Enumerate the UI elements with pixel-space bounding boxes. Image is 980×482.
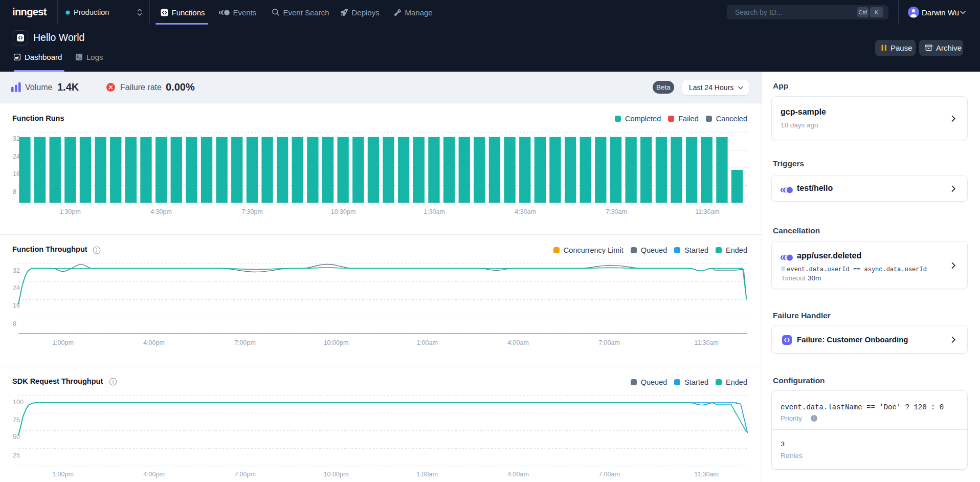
svg-text:10:00pm: 10:00pm xyxy=(324,471,349,478)
svg-text:1:00pm: 1:00pm xyxy=(52,471,74,478)
svg-text:8: 8 xyxy=(13,320,16,327)
svg-text:16: 16 xyxy=(13,170,20,178)
svg-text:1:00am: 1:00am xyxy=(416,339,438,346)
svg-text:4:30am: 4:30am xyxy=(515,208,536,215)
svg-text:11:30am: 11:30am xyxy=(694,471,719,478)
svg-text:7:30am: 7:30am xyxy=(606,208,627,215)
svg-text:24: 24 xyxy=(13,284,20,292)
svg-text:7:00pm: 7:00pm xyxy=(234,471,256,478)
svg-text:75: 75 xyxy=(13,417,20,424)
svg-text:4:00am: 4:00am xyxy=(507,471,529,478)
svg-text:1:00pm: 1:00pm xyxy=(52,339,74,346)
svg-text:7:00am: 7:00am xyxy=(598,471,620,478)
svg-text:4:00pm: 4:00pm xyxy=(143,471,165,478)
svg-text:100: 100 xyxy=(13,399,24,406)
svg-text:32: 32 xyxy=(13,267,20,274)
svg-text:7:00am: 7:00am xyxy=(598,339,620,346)
svg-text:25: 25 xyxy=(13,452,20,459)
svg-text:11:30am: 11:30am xyxy=(694,339,719,346)
svg-text:10:00pm: 10:00pm xyxy=(324,339,349,346)
svg-text:4:00pm: 4:00pm xyxy=(143,339,165,346)
svg-text:7:30pm: 7:30pm xyxy=(241,208,263,215)
svg-text:32: 32 xyxy=(13,135,20,142)
svg-text:1:00am: 1:00am xyxy=(416,471,438,478)
svg-text:10:30pm: 10:30pm xyxy=(331,208,356,215)
svg-text:4:00am: 4:00am xyxy=(507,339,529,346)
svg-text:11:30am: 11:30am xyxy=(695,208,720,215)
svg-text:1:30pm: 1:30pm xyxy=(59,208,81,215)
svg-text:1:30am: 1:30am xyxy=(424,208,445,215)
svg-text:8: 8 xyxy=(13,188,16,195)
svg-text:7:00pm: 7:00pm xyxy=(234,339,256,346)
svg-text:24: 24 xyxy=(13,153,20,160)
svg-text:4:30pm: 4:30pm xyxy=(150,208,172,215)
